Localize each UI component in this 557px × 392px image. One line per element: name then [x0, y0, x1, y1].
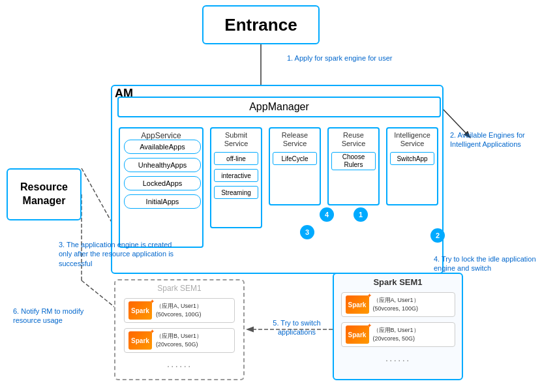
spark-card-right-2: Spark （应用B, User1） (20vcores, 50G) [341, 322, 455, 347]
spark-info-left-1: （应用A, User1） (50vcores, 100G) [156, 302, 202, 318]
intelligence-service-box: IntelligenceService SwitchApp [386, 127, 438, 205]
reuse-service-box: ReuseService ChooseRulers [327, 127, 380, 205]
spark-logo-right-2: Spark [346, 325, 369, 344]
initial-apps-item: InitialApps [124, 194, 201, 209]
locked-apps-item: LockedApps [124, 176, 201, 190]
release-lifecycle: LifeCycle [273, 152, 317, 165]
badge-1: 1 [354, 207, 368, 222]
annotation-6: 6. Notify RM to modify resource usage [13, 307, 104, 325]
spark-card-left-2: Spark （应用B, User1） (20vcores, 50G) [124, 328, 235, 353]
intelligence-service-label: IntelligenceService [387, 131, 437, 148]
spark-sem1-left-dots: ...... [115, 358, 243, 370]
annotation-1: 1. Apply for spark engine for user [287, 53, 392, 63]
spark-info-left-2: （应用B, User1） (20vcores, 50G) [156, 332, 202, 348]
appmanager-bar: AppManager [117, 97, 441, 117]
release-service-box: ReleaseService LifeCycle [269, 127, 321, 205]
spark-sem1-right-dots: ...... [334, 352, 462, 364]
annotation-4: 4. Try to lock the idle application engi… [434, 254, 541, 273]
badge-3: 3 [300, 225, 314, 239]
reuse-choose-rulers: ChooseRulers [331, 152, 376, 170]
spark-sem1-left-box: Spark SEM1 Spark （应用A, User1） (50vcores,… [114, 279, 245, 380]
resource-manager-label: ResourceManager [20, 181, 68, 208]
entrance-box: Entrance [202, 5, 320, 44]
spark-logo-left-2: Spark [128, 331, 152, 350]
annotation-3: 3. The application engine is created onl… [59, 240, 186, 268]
release-service-label: ReleaseService [270, 131, 320, 148]
reuse-service-label: ReuseService [329, 131, 378, 148]
submit-streaming: Streaming [214, 186, 258, 199]
submit-interactive: interactive [214, 169, 258, 182]
annotation-2: 2. Available Engines for Intelligent App… [450, 130, 551, 149]
badge-4: 4 [320, 207, 334, 222]
spark-sem1-right-box: Spark SEM1 Spark （应用A, User1） (50vcores,… [333, 273, 463, 380]
spark-logo-right-1: Spark [346, 295, 369, 314]
submit-service-label: SubmitService [211, 131, 261, 148]
spark-sem1-left-label: Spark SEM1 [115, 284, 243, 293]
available-apps-item: AvailableApps [124, 140, 201, 154]
spark-info-right-2: （应用B, User1） (20vcores, 50G) [373, 326, 419, 342]
spark-sem1-right-label: Spark SEM1 [334, 277, 462, 287]
spark-info-right-1: （应用A, User1） (50vcores, 100G) [373, 296, 419, 312]
submit-offline: off-line [214, 152, 258, 165]
spark-card-left-1: Spark （应用A, User1） (50vcores, 100G) [124, 298, 235, 323]
resource-manager-box: ResourceManager [7, 168, 82, 220]
badge-2: 2 [430, 228, 445, 243]
annotation-5: 5. Try to switch applications [258, 318, 336, 337]
entrance-label: Entrance [224, 15, 297, 35]
diagram-container: Entrance AM AppManager AppService Availa… [0, 0, 557, 392]
submit-service-box: SubmitService off-line interactive Strea… [210, 127, 262, 228]
intelligence-switchapp: SwitchApp [390, 152, 434, 165]
spark-card-right-1: Spark （应用A, User1） (50vcores, 100G) [341, 292, 455, 317]
unhealthy-apps-item: UnhealthyApps [124, 158, 201, 172]
spark-logo-left-1: Spark [128, 301, 152, 320]
appmanager-label: AppManager [249, 101, 309, 113]
